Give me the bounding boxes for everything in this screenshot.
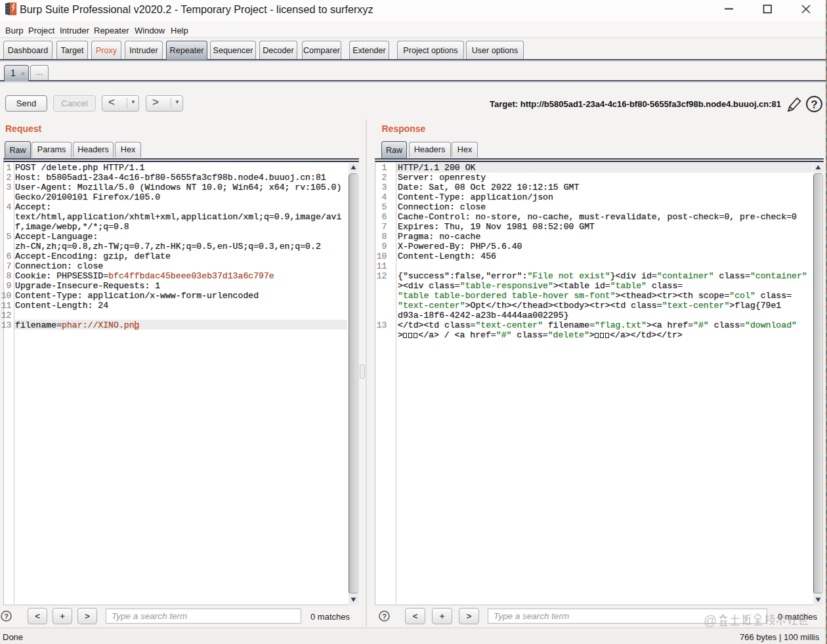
- svg-text:@: @: [704, 613, 717, 628]
- svg-text:?: ?: [811, 98, 817, 111]
- svg-text:?: ?: [382, 612, 387, 620]
- svg-text:?: ?: [4, 612, 9, 620]
